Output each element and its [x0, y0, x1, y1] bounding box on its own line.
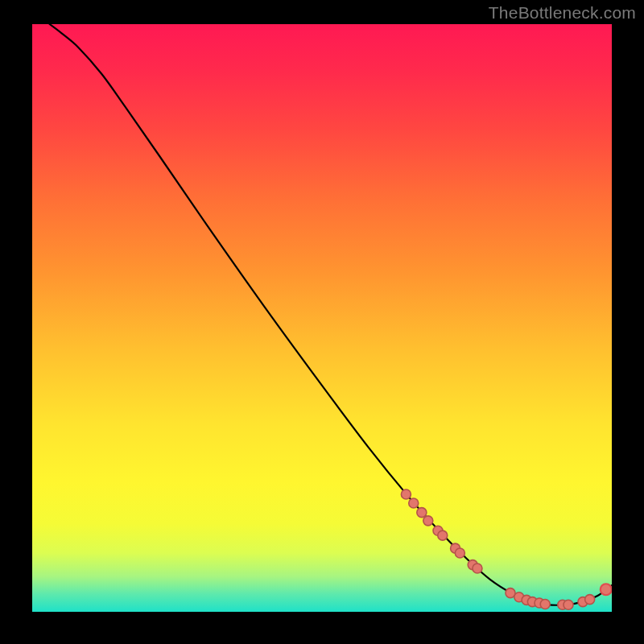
- data-marker: [423, 516, 433, 526]
- chart-svg: [32, 24, 612, 612]
- gradient-background: [32, 24, 612, 612]
- data-marker: [455, 548, 464, 558]
- data-marker: [540, 600, 550, 609]
- data-marker: [564, 600, 573, 609]
- data-marker: [473, 564, 482, 573]
- data-marker: [438, 530, 448, 540]
- bottom-black-border: [32, 612, 612, 644]
- left-black-border: [0, 0, 32, 644]
- bottleneck-chart: [32, 24, 612, 612]
- watermark-text: TheBottleneck.com: [489, 3, 636, 23]
- data-marker: [585, 595, 595, 605]
- data-marker: [417, 508, 427, 518]
- data-marker: [409, 498, 419, 508]
- data-marker: [401, 489, 411, 499]
- right-black-border: [612, 0, 644, 644]
- data-marker: [601, 584, 612, 595]
